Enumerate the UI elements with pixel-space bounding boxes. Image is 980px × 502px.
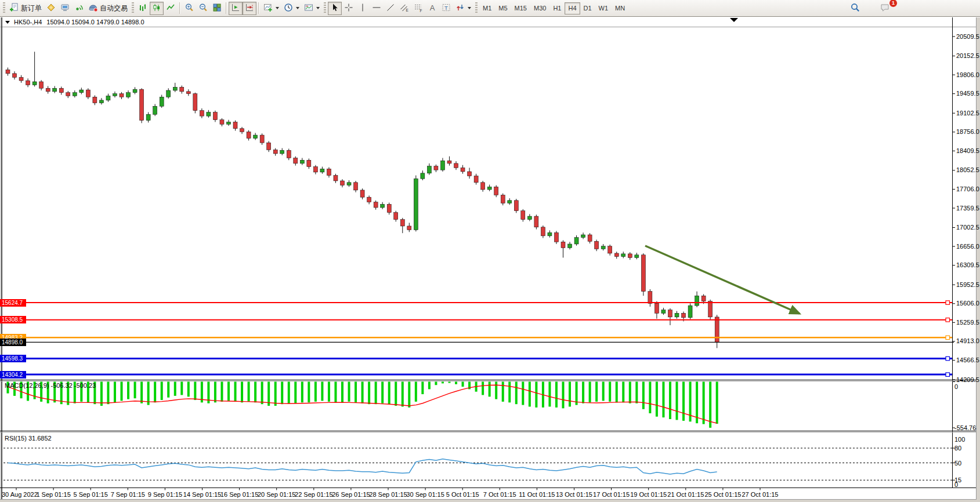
candle-body: [608, 246, 612, 253]
chart-canvas[interactable]: [0, 0, 980, 502]
price-axis-label: 20152.5: [956, 52, 979, 59]
zoom-out-button[interactable]: [196, 2, 210, 15]
macd-histogram-bar: [308, 382, 310, 403]
equidistant-channel-tool-button[interactable]: E: [397, 2, 411, 15]
timeframe-w1-button[interactable]: W1: [595, 2, 612, 14]
timeframe-m1-button[interactable]: M1: [479, 2, 495, 14]
vertical-line-tool-button[interactable]: [356, 2, 370, 15]
cursor-tool-button[interactable]: [328, 2, 342, 15]
macd-histogram-bar: [180, 382, 183, 395]
autotrade-icon: [88, 3, 98, 14]
fibonacci-tool-button[interactable]: F: [411, 2, 425, 15]
macd-histogram-bar: [448, 382, 450, 383]
signal-button[interactable]: [72, 2, 86, 15]
line-handle: [9, 373, 13, 377]
line-handle: [946, 357, 950, 361]
macd-histogram-bar: [187, 382, 190, 397]
candle-body: [19, 77, 23, 81]
line-chart-button[interactable]: [164, 2, 178, 15]
toolbar-grip[interactable]: [3, 2, 5, 14]
price-axis-label: 17706.0: [956, 185, 979, 192]
timeframe-h4-button[interactable]: H4: [565, 2, 580, 14]
toolbar-grip[interactable]: [132, 2, 134, 14]
price-axis-label: 16656.0: [956, 243, 979, 250]
macd-histogram-bar: [381, 382, 384, 403]
chart-dropdown-icon[interactable]: [5, 21, 10, 24]
zoom-in-button[interactable]: [182, 2, 196, 15]
periods-dropdown-caret: [296, 7, 299, 9]
arrows-tool-button[interactable]: [453, 2, 473, 15]
chart-shift-button[interactable]: [243, 2, 256, 15]
candle-body: [474, 176, 478, 183]
periods-button[interactable]: [281, 2, 302, 15]
macd-histogram-bar: [241, 382, 243, 403]
svg-text:T: T: [444, 4, 448, 10]
price-axis-label: 15259.5: [956, 319, 979, 326]
candle-body: [280, 150, 284, 154]
candle-body: [307, 160, 311, 166]
timeframe-m30-button[interactable]: M30: [530, 2, 549, 14]
toolbar-grip[interactable]: [324, 2, 326, 14]
toolbar-grip[interactable]: [475, 2, 478, 14]
candle-body: [186, 92, 190, 94]
new-order-button[interactable]: 新订单: [7, 2, 44, 15]
macd-histogram-bar: [569, 382, 571, 407]
candle-body: [461, 168, 465, 172]
candle-body: [193, 94, 197, 111]
window-left-edge: [0, 17, 1, 500]
candle-body: [294, 158, 298, 163]
candle-body: [508, 201, 512, 203]
timeframe-d1-button[interactable]: D1: [580, 2, 595, 14]
candlestick-button[interactable]: [150, 2, 164, 15]
horizontal-line-tool-button[interactable]: [370, 2, 384, 15]
candle-body: [407, 226, 411, 230]
search-button[interactable]: [848, 2, 863, 15]
indicators-button[interactable]: [261, 2, 281, 15]
macd-histogram-bar: [421, 382, 424, 394]
templates-button[interactable]: [302, 2, 322, 15]
text-label-tool-button[interactable]: T: [439, 2, 453, 15]
candle-body: [675, 313, 679, 317]
price-axis-label: 14566.5: [956, 357, 979, 363]
price-level-tag: 14304.2: [0, 371, 26, 379]
candle-body: [360, 190, 364, 197]
trendline-tool-button[interactable]: [384, 2, 397, 15]
chart-title-bar[interactable]: HK50-,H4 15094.0 15094.0 14799.0 14898.0: [0, 17, 980, 27]
price-axis-label: 18052.5: [956, 166, 979, 173]
macd-histogram-bar: [696, 382, 698, 424]
auto-scroll-button[interactable]: [229, 2, 243, 15]
macd-histogram-bar: [334, 382, 337, 403]
timeframe-h1-button[interactable]: H1: [549, 2, 565, 14]
macd-histogram-bar: [482, 382, 484, 395]
candle-body: [668, 310, 672, 317]
timeframe-m15-button[interactable]: M15: [511, 2, 530, 14]
candle-body: [447, 161, 451, 163]
price-level-tag: 14983.2: [0, 334, 26, 341]
candle-body: [341, 181, 345, 185]
candle-body: [213, 112, 217, 120]
price-axis-label: 17002.5: [956, 224, 979, 231]
publisher-button[interactable]: [58, 2, 72, 15]
macd-axis-label: 0: [954, 383, 958, 390]
chart-profile-button[interactable]: [44, 2, 58, 15]
timeframe-m5-button[interactable]: M5: [495, 2, 511, 14]
bar-chart-button[interactable]: [136, 2, 150, 15]
text-tool-button[interactable]: A: [425, 2, 439, 15]
candle-body: [99, 100, 103, 103]
macd-histogram-bar: [629, 382, 631, 403]
fibonacci-icon: F: [414, 3, 423, 14]
rsi-axis-label: 50: [954, 460, 961, 467]
tile-windows-button[interactable]: [210, 2, 224, 15]
candle-body: [521, 211, 525, 220]
price-axis-label: 15606.0: [956, 300, 979, 307]
current-price-tag: 14898.0: [0, 339, 26, 346]
timeframe-mn-button[interactable]: MN: [612, 2, 628, 14]
candle-body: [581, 235, 585, 238]
cr osshair-tool-button[interactable]: [342, 2, 356, 15]
macd-histogram-bar: [522, 382, 524, 405]
macd-histogram-bar: [328, 382, 330, 402]
candle-body: [287, 150, 291, 158]
macd-histogram-bar: [227, 382, 230, 401]
macd-histogram-bar: [361, 382, 364, 403]
autotrade-button[interactable]: 自动交易: [86, 2, 130, 15]
